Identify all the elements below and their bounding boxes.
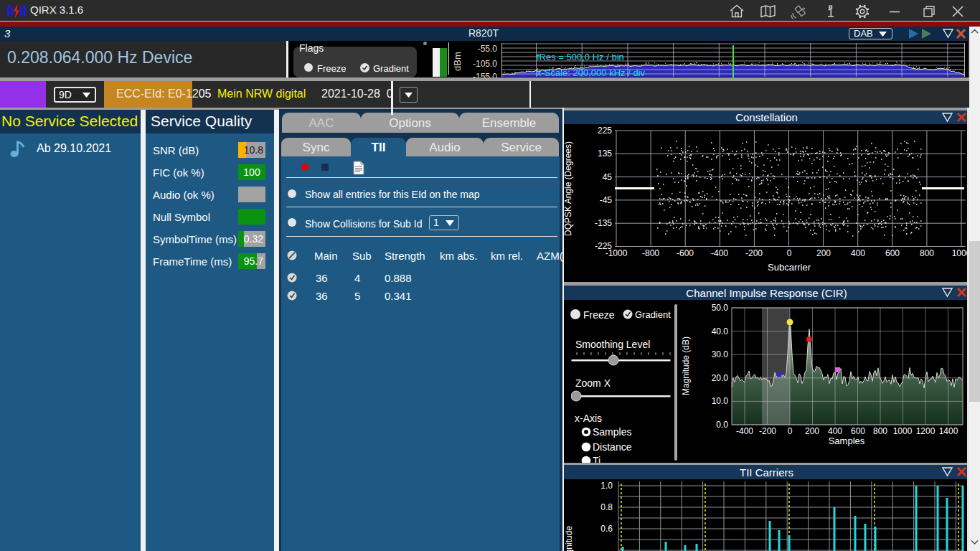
svg-text:-400: -400 [736, 426, 753, 436]
svg-text:-45: -45 [600, 195, 613, 205]
svg-text:0.6: 0.6 [600, 524, 613, 534]
svg-text:DQPSK Angle (Degrees): DQPSK Angle (Degrees) [564, 141, 573, 236]
svg-text:800: 800 [873, 426, 887, 436]
svg-text:0.8: 0.8 [600, 502, 613, 512]
svg-text:-200: -200 [745, 248, 763, 258]
svg-text:1200: 1200 [916, 426, 936, 436]
svg-text:-200: -200 [759, 426, 776, 436]
svg-text:400: 400 [851, 248, 865, 258]
svg-text:10.0: 10.0 [712, 396, 729, 406]
svg-text:50.0: 50.0 [712, 303, 729, 313]
svg-text:600: 600 [885, 248, 900, 258]
svg-text:45: 45 [603, 172, 613, 182]
svg-text:-400: -400 [711, 248, 728, 258]
svg-text:fRes = 500,0 Hz / bin: fRes = 500,0 Hz / bin [537, 52, 624, 62]
svg-text:x-Scale: 200,000 kHz / div: x-Scale: 200,000 kHz / div [537, 67, 646, 78]
svg-text:225: 225 [598, 126, 612, 136]
svg-text:-800: -800 [642, 248, 659, 258]
svg-text:0: 0 [787, 248, 792, 258]
svg-text:200: 200 [805, 426, 819, 436]
svg-text:600: 600 [851, 426, 865, 436]
svg-text:Magnitude (dB): Magnitude (dB) [681, 336, 691, 395]
svg-text:Samples: Samples [829, 435, 865, 446]
svg-text:Magnitude: Magnitude [564, 526, 574, 551]
svg-text:Subcarrier: Subcarrier [768, 262, 811, 273]
svg-text:0: 0 [788, 426, 793, 436]
svg-text:0.0: 0.0 [716, 420, 728, 430]
svg-text:-600: -600 [677, 248, 694, 258]
svg-text:1400: 1400 [939, 426, 958, 436]
svg-text:20.0: 20.0 [712, 373, 729, 383]
svg-text:30.0: 30.0 [712, 349, 729, 359]
svg-text:-135: -135 [595, 218, 612, 228]
svg-text:800: 800 [920, 248, 934, 258]
svg-text:135: 135 [598, 149, 612, 159]
svg-text:1.0: 1.0 [600, 481, 613, 491]
svg-text:200: 200 [816, 248, 831, 258]
svg-text:1000: 1000 [893, 426, 913, 436]
svg-text:400: 400 [828, 426, 842, 436]
svg-text:-225: -225 [595, 241, 612, 251]
svg-text:40.0: 40.0 [712, 326, 729, 336]
